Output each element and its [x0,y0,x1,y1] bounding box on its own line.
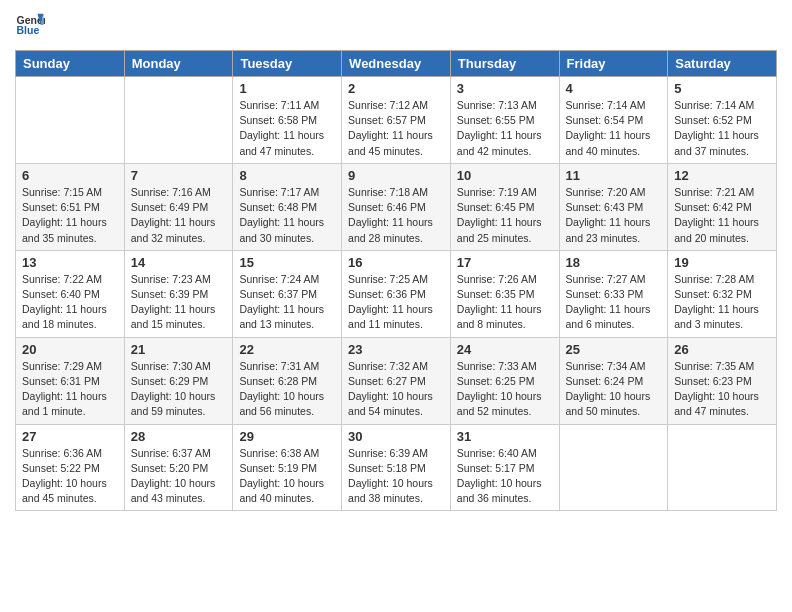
day-header-saturday: Saturday [668,51,777,77]
calendar-cell: 8Sunrise: 7:17 AM Sunset: 6:48 PM Daylig… [233,163,342,250]
day-info: Sunrise: 7:21 AM Sunset: 6:42 PM Dayligh… [674,185,770,246]
day-info: Sunrise: 7:30 AM Sunset: 6:29 PM Dayligh… [131,359,227,420]
calendar-cell [16,77,125,164]
day-info: Sunrise: 7:28 AM Sunset: 6:32 PM Dayligh… [674,272,770,333]
day-number: 26 [674,342,770,357]
calendar-cell: 23Sunrise: 7:32 AM Sunset: 6:27 PM Dayli… [342,337,451,424]
day-info: Sunrise: 7:20 AM Sunset: 6:43 PM Dayligh… [566,185,662,246]
day-number: 14 [131,255,227,270]
day-info: Sunrise: 6:36 AM Sunset: 5:22 PM Dayligh… [22,446,118,507]
calendar-cell [559,424,668,511]
logo: General Blue [15,10,50,40]
calendar-cell: 12Sunrise: 7:21 AM Sunset: 6:42 PM Dayli… [668,163,777,250]
calendar-cell: 14Sunrise: 7:23 AM Sunset: 6:39 PM Dayli… [124,250,233,337]
day-number: 17 [457,255,553,270]
day-number: 21 [131,342,227,357]
calendar-cell: 29Sunrise: 6:38 AM Sunset: 5:19 PM Dayli… [233,424,342,511]
day-info: Sunrise: 7:14 AM Sunset: 6:52 PM Dayligh… [674,98,770,159]
calendar-cell: 27Sunrise: 6:36 AM Sunset: 5:22 PM Dayli… [16,424,125,511]
day-number: 8 [239,168,335,183]
day-info: Sunrise: 7:22 AM Sunset: 6:40 PM Dayligh… [22,272,118,333]
day-header-friday: Friday [559,51,668,77]
day-number: 23 [348,342,444,357]
day-number: 10 [457,168,553,183]
day-info: Sunrise: 7:33 AM Sunset: 6:25 PM Dayligh… [457,359,553,420]
day-number: 19 [674,255,770,270]
calendar-cell: 4Sunrise: 7:14 AM Sunset: 6:54 PM Daylig… [559,77,668,164]
day-number: 6 [22,168,118,183]
day-info: Sunrise: 7:15 AM Sunset: 6:51 PM Dayligh… [22,185,118,246]
calendar-cell: 18Sunrise: 7:27 AM Sunset: 6:33 PM Dayli… [559,250,668,337]
day-info: Sunrise: 6:38 AM Sunset: 5:19 PM Dayligh… [239,446,335,507]
day-number: 9 [348,168,444,183]
calendar-cell: 2Sunrise: 7:12 AM Sunset: 6:57 PM Daylig… [342,77,451,164]
day-info: Sunrise: 7:29 AM Sunset: 6:31 PM Dayligh… [22,359,118,420]
calendar-cell: 5Sunrise: 7:14 AM Sunset: 6:52 PM Daylig… [668,77,777,164]
page: General Blue SundayMondayTuesdayWednesda… [0,0,792,521]
calendar-cell: 17Sunrise: 7:26 AM Sunset: 6:35 PM Dayli… [450,250,559,337]
day-number: 24 [457,342,553,357]
day-info: Sunrise: 6:40 AM Sunset: 5:17 PM Dayligh… [457,446,553,507]
week-row-5: 27Sunrise: 6:36 AM Sunset: 5:22 PM Dayli… [16,424,777,511]
calendar-cell: 26Sunrise: 7:35 AM Sunset: 6:23 PM Dayli… [668,337,777,424]
day-number: 30 [348,429,444,444]
day-info: Sunrise: 7:34 AM Sunset: 6:24 PM Dayligh… [566,359,662,420]
day-info: Sunrise: 7:26 AM Sunset: 6:35 PM Dayligh… [457,272,553,333]
day-number: 15 [239,255,335,270]
day-info: Sunrise: 7:35 AM Sunset: 6:23 PM Dayligh… [674,359,770,420]
day-number: 27 [22,429,118,444]
week-row-4: 20Sunrise: 7:29 AM Sunset: 6:31 PM Dayli… [16,337,777,424]
calendar-cell: 31Sunrise: 6:40 AM Sunset: 5:17 PM Dayli… [450,424,559,511]
calendar-cell: 13Sunrise: 7:22 AM Sunset: 6:40 PM Dayli… [16,250,125,337]
day-number: 25 [566,342,662,357]
calendar-cell: 22Sunrise: 7:31 AM Sunset: 6:28 PM Dayli… [233,337,342,424]
day-info: Sunrise: 7:13 AM Sunset: 6:55 PM Dayligh… [457,98,553,159]
day-number: 18 [566,255,662,270]
day-info: Sunrise: 6:39 AM Sunset: 5:18 PM Dayligh… [348,446,444,507]
calendar-cell: 1Sunrise: 7:11 AM Sunset: 6:58 PM Daylig… [233,77,342,164]
day-number: 31 [457,429,553,444]
day-number: 5 [674,81,770,96]
day-number: 12 [674,168,770,183]
calendar-cell: 24Sunrise: 7:33 AM Sunset: 6:25 PM Dayli… [450,337,559,424]
week-row-2: 6Sunrise: 7:15 AM Sunset: 6:51 PM Daylig… [16,163,777,250]
day-header-wednesday: Wednesday [342,51,451,77]
day-info: Sunrise: 7:18 AM Sunset: 6:46 PM Dayligh… [348,185,444,246]
day-number: 13 [22,255,118,270]
day-info: Sunrise: 7:11 AM Sunset: 6:58 PM Dayligh… [239,98,335,159]
calendar-cell: 7Sunrise: 7:16 AM Sunset: 6:49 PM Daylig… [124,163,233,250]
day-header-thursday: Thursday [450,51,559,77]
logo-icon: General Blue [15,10,45,40]
day-number: 1 [239,81,335,96]
day-info: Sunrise: 7:19 AM Sunset: 6:45 PM Dayligh… [457,185,553,246]
calendar-cell: 30Sunrise: 6:39 AM Sunset: 5:18 PM Dayli… [342,424,451,511]
calendar-cell: 9Sunrise: 7:18 AM Sunset: 6:46 PM Daylig… [342,163,451,250]
calendar-cell: 10Sunrise: 7:19 AM Sunset: 6:45 PM Dayli… [450,163,559,250]
day-number: 16 [348,255,444,270]
day-header-tuesday: Tuesday [233,51,342,77]
calendar-cell [668,424,777,511]
day-info: Sunrise: 7:23 AM Sunset: 6:39 PM Dayligh… [131,272,227,333]
calendar-cell: 19Sunrise: 7:28 AM Sunset: 6:32 PM Dayli… [668,250,777,337]
calendar-cell: 3Sunrise: 7:13 AM Sunset: 6:55 PM Daylig… [450,77,559,164]
day-header-monday: Monday [124,51,233,77]
calendar-cell: 6Sunrise: 7:15 AM Sunset: 6:51 PM Daylig… [16,163,125,250]
calendar-cell: 20Sunrise: 7:29 AM Sunset: 6:31 PM Dayli… [16,337,125,424]
week-row-3: 13Sunrise: 7:22 AM Sunset: 6:40 PM Dayli… [16,250,777,337]
day-number: 22 [239,342,335,357]
calendar-header-row: SundayMondayTuesdayWednesdayThursdayFrid… [16,51,777,77]
day-number: 4 [566,81,662,96]
day-info: Sunrise: 7:31 AM Sunset: 6:28 PM Dayligh… [239,359,335,420]
day-number: 3 [457,81,553,96]
day-info: Sunrise: 7:16 AM Sunset: 6:49 PM Dayligh… [131,185,227,246]
calendar-cell: 16Sunrise: 7:25 AM Sunset: 6:36 PM Dayli… [342,250,451,337]
calendar-cell: 21Sunrise: 7:30 AM Sunset: 6:29 PM Dayli… [124,337,233,424]
day-header-sunday: Sunday [16,51,125,77]
calendar-cell: 15Sunrise: 7:24 AM Sunset: 6:37 PM Dayli… [233,250,342,337]
day-info: Sunrise: 7:27 AM Sunset: 6:33 PM Dayligh… [566,272,662,333]
day-info: Sunrise: 6:37 AM Sunset: 5:20 PM Dayligh… [131,446,227,507]
day-info: Sunrise: 7:32 AM Sunset: 6:27 PM Dayligh… [348,359,444,420]
day-info: Sunrise: 7:14 AM Sunset: 6:54 PM Dayligh… [566,98,662,159]
day-number: 20 [22,342,118,357]
day-info: Sunrise: 7:17 AM Sunset: 6:48 PM Dayligh… [239,185,335,246]
